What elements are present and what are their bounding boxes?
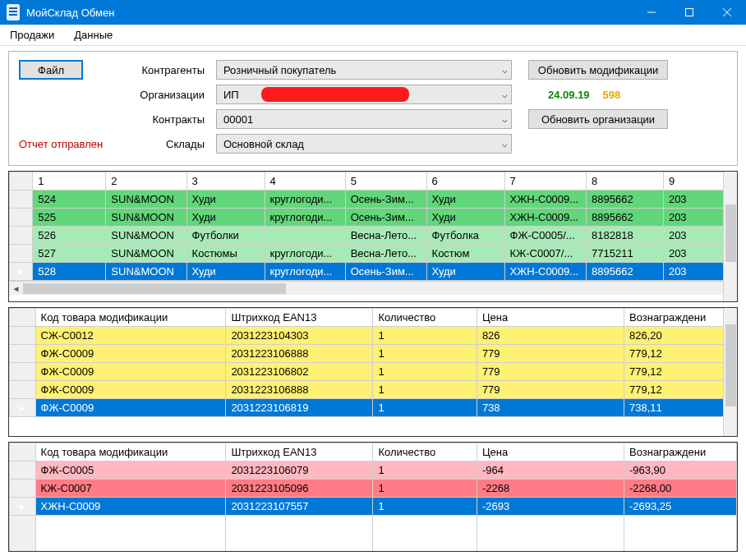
cell[interactable]: Худи — [186, 263, 265, 281]
cell[interactable]: -2693 — [477, 498, 624, 516]
column-header[interactable]: 1 — [33, 172, 106, 190]
grid-3[interactable]: Код товара модификацииШтрихкод EAN13Коли… — [8, 442, 738, 552]
column-header[interactable]: 2 — [106, 172, 186, 190]
cell[interactable]: 8895662 — [587, 209, 664, 227]
cell[interactable]: 528 — [33, 263, 106, 281]
cell[interactable]: круглогоди... — [265, 209, 345, 227]
hscrollbar[interactable]: ◄ ► — [9, 281, 737, 295]
cell[interactable]: 8182818 — [587, 227, 664, 245]
column-header[interactable]: Код товара модификации — [35, 309, 226, 327]
cell[interactable]: -2693,25 — [624, 498, 736, 516]
table-row[interactable]: ▸ХЖН-С000920312231075571-2693-2693,25 — [10, 498, 737, 516]
cell[interactable]: 826,20 — [624, 327, 736, 345]
cell[interactable]: Худи — [426, 209, 504, 227]
cell[interactable]: 8895662 — [587, 190, 664, 209]
table-row[interactable]: 526SUN&MOONФутболкиВесна-Лето...Футболка… — [10, 227, 737, 245]
cell[interactable]: ХЖН-С0009... — [504, 209, 586, 227]
cell[interactable]: 525 — [33, 209, 106, 227]
cell[interactable]: Футболки — [186, 227, 265, 245]
close-button[interactable] — [708, 0, 746, 25]
cell[interactable]: 826 — [477, 327, 624, 345]
update-mods-button[interactable]: Обновить модификации — [528, 60, 668, 80]
cell[interactable]: 738,11 — [624, 399, 736, 417]
cell[interactable]: 524 — [33, 190, 106, 209]
cell[interactable]: круглогоди... — [265, 245, 345, 263]
cell[interactable]: 2031223106888 — [226, 345, 373, 363]
cell[interactable]: 2031223106888 — [226, 381, 373, 399]
cell[interactable]: -963,90 — [624, 461, 736, 480]
column-header[interactable]: 3 — [186, 172, 265, 190]
cell[interactable]: 2031223104303 — [226, 327, 373, 345]
cell[interactable]: Худи — [186, 209, 265, 227]
cell[interactable]: 779 — [477, 381, 624, 399]
grid-2[interactable]: Код товара модификацииШтрихкод EAN13Коли… — [8, 307, 738, 437]
table-row[interactable]: 524SUN&MOONХудикруглогоди...Осень-Зим...… — [10, 190, 737, 209]
cell[interactable]: 1 — [373, 399, 477, 417]
cell[interactable]: 1 — [373, 461, 477, 480]
scroll-left-icon[interactable]: ◄ — [9, 282, 23, 296]
column-header[interactable]: Штрихкод EAN13 — [226, 443, 373, 461]
cell[interactable]: 7715211 — [587, 245, 664, 263]
column-header[interactable]: 7 — [504, 172, 586, 190]
cell[interactable]: 2031223106802 — [226, 363, 373, 381]
cell[interactable]: Весна-Лето... — [345, 245, 426, 263]
scroll-thumb[interactable] — [23, 283, 286, 294]
cell[interactable]: 1 — [373, 498, 477, 516]
cell[interactable]: 8895662 — [587, 263, 664, 281]
table-row[interactable]: ФЖ-С000920312231068021779779,12 — [10, 363, 737, 381]
column-header[interactable]: 4 — [265, 172, 345, 190]
combo-counterparty[interactable]: Розничный покупатель⌵ — [216, 60, 512, 80]
table-row[interactable]: ФЖ-С000920312231068881779779,12 — [10, 345, 737, 363]
grid-1[interactable]: 123456789 524SUN&MOONХудикруглогоди...Ос… — [8, 171, 738, 302]
cell[interactable]: SUN&MOON — [106, 209, 186, 227]
cell[interactable]: 2031223106819 — [226, 399, 373, 417]
cell[interactable]: 779 — [477, 363, 624, 381]
cell[interactable]: круглогоди... — [265, 263, 345, 281]
cell[interactable]: Худи — [426, 263, 504, 281]
cell[interactable]: 779 — [477, 345, 624, 363]
cell[interactable]: Осень-Зим... — [345, 209, 426, 227]
cell[interactable]: ХЖН-С0009... — [504, 190, 586, 209]
cell[interactable]: ФЖ-С0005/... — [504, 227, 586, 245]
cell[interactable]: SUN&MOON — [106, 245, 186, 263]
cell[interactable]: КЖ-С0007 — [35, 480, 226, 498]
cell[interactable]: КЖ-С0007/... — [504, 245, 586, 263]
column-header[interactable]: 5 — [345, 172, 426, 190]
column-header[interactable]: Штрихкод EAN13 — [226, 309, 373, 327]
column-header[interactable]: Количество — [373, 443, 477, 461]
cell[interactable]: 779,12 — [624, 345, 736, 363]
column-header[interactable]: Количество — [373, 309, 477, 327]
table-row[interactable]: ▸ФЖ-С000920312231068191738738,11 — [10, 399, 737, 417]
cell[interactable]: SUN&MOON — [106, 227, 186, 245]
cell[interactable]: Костюм — [426, 245, 504, 263]
table-row[interactable]: ФЖ-С000920312231068881779779,12 — [10, 381, 737, 399]
cell[interactable]: 779,12 — [624, 363, 736, 381]
cell[interactable]: Костюмы — [186, 245, 265, 263]
menu-data[interactable]: Данные — [64, 25, 122, 45]
cell[interactable]: Осень-Зим... — [345, 263, 426, 281]
column-header[interactable]: Цена — [477, 443, 624, 461]
cell[interactable]: ХЖН-С0009... — [504, 263, 586, 281]
cell[interactable]: 738 — [477, 399, 624, 417]
cell[interactable]: SUN&MOON — [106, 263, 186, 281]
cell[interactable]: -964 — [477, 461, 624, 480]
cell[interactable]: ФЖ-С0009 — [35, 399, 226, 417]
column-header[interactable]: Цена — [477, 309, 624, 327]
cell[interactable]: Осень-Зим... — [345, 190, 426, 209]
cell[interactable]: 2031223105096 — [226, 480, 373, 498]
column-header[interactable]: Вознаграждени — [624, 443, 736, 461]
table-row[interactable]: ▸528SUN&MOONХудикруглогоди...Осень-Зим..… — [10, 263, 737, 281]
cell[interactable]: ФЖ-С0005 — [35, 461, 226, 480]
combo-warehouse[interactable]: Основной склад⌵ — [216, 134, 512, 154]
vscrollbar[interactable] — [723, 308, 737, 436]
column-header[interactable]: Код товара модификации — [35, 443, 226, 461]
update-orgs-button[interactable]: Обновить организации — [528, 109, 668, 129]
vscroll-thumb[interactable] — [725, 324, 736, 406]
cell[interactable]: 526 — [33, 227, 106, 245]
cell[interactable]: ФЖ-С0009 — [35, 381, 226, 399]
table-row[interactable]: СЖ-С001220312231043031826826,20 — [10, 327, 737, 345]
cell[interactable]: 1 — [373, 327, 477, 345]
cell[interactable]: 2031223106079 — [226, 461, 373, 480]
cell[interactable]: 1 — [373, 480, 477, 498]
cell[interactable]: -2268 — [477, 480, 624, 498]
